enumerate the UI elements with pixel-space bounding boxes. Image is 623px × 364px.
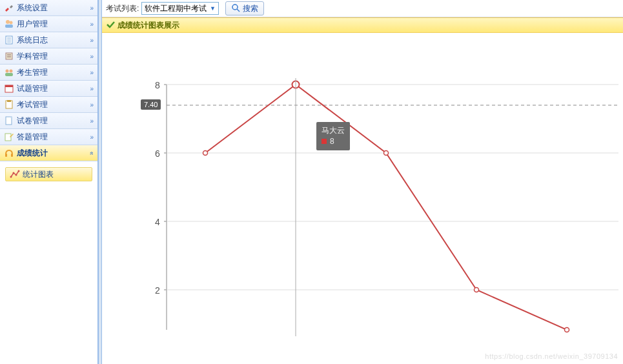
people-icon: [4, 67, 14, 77]
search-button-label: 搜索: [243, 3, 258, 14]
tooltip-value: 8: [330, 136, 334, 147]
chevron-down-icon: »: [90, 53, 94, 60]
search-icon: [231, 3, 240, 14]
sidebar-item-paper-mgmt[interactable]: 试卷管理 »: [0, 113, 97, 129]
chart-icon: [10, 169, 20, 179]
svg-rect-12: [5, 73, 13, 76]
svg-rect-19: [5, 154, 7, 157]
svg-point-23: [15, 174, 17, 176]
chevron-down-icon: »: [90, 101, 94, 108]
average-badge: 7.40: [141, 99, 161, 110]
tooltip-name: 马大云: [322, 125, 345, 136]
sidebar-item-answer-mgmt[interactable]: 答题管理 »: [0, 129, 97, 145]
svg-point-40: [475, 288, 479, 292]
sidebar-item-examinee-mgmt[interactable]: 考生管理 »: [0, 65, 97, 81]
average-value: 7.40: [144, 101, 158, 108]
chevron-down-icon: »: [90, 85, 94, 92]
svg-point-39: [384, 151, 389, 156]
sidebar-item-subject-mgmt[interactable]: 学科管理 »: [0, 48, 97, 65]
sidebar-item-label: 学科管理: [17, 51, 90, 62]
search-button[interactable]: 搜索: [225, 1, 264, 15]
svg-rect-20: [11, 154, 13, 157]
sidebar-item-user-mgmt[interactable]: 用户管理 »: [0, 16, 97, 32]
users-icon: [4, 19, 14, 29]
clipboard-icon: [4, 99, 14, 110]
sidebar: 系统设置 » 用户管理 » 系统日志 » 学科管理 » 考生管理 » 试题管理 …: [0, 0, 98, 364]
svg-rect-17: [6, 117, 12, 125]
chevron-up-icon: »: [88, 151, 96, 155]
svg-line-26: [237, 9, 240, 12]
chart-tooltip: 马大云 8: [316, 122, 350, 150]
main-area: 考试列表: 软件工程期中考试 ▼ 搜索 成绩统计图表展示: [102, 0, 623, 364]
exam-select-value: 软件工程期中考试: [145, 3, 207, 14]
sidebar-item-label: 考生管理: [17, 67, 90, 78]
sidebar-subitems: 统计图表: [0, 161, 97, 187]
svg-point-11: [10, 70, 13, 73]
toolbar: 考试列表: 软件工程期中考试 ▼ 搜索: [102, 0, 623, 17]
sidebar-item-system-log[interactable]: 系统日志 »: [0, 32, 97, 48]
sidebar-item-score-stats[interactable]: 成绩统计 »: [0, 145, 97, 161]
paper-icon: [4, 116, 14, 126]
section-header: 成绩统计图表展示: [102, 17, 623, 33]
tools-icon: [4, 3, 14, 13]
svg-point-25: [232, 5, 238, 10]
svg-rect-14: [5, 85, 13, 87]
section-title: 成绩统计图表展示: [117, 20, 179, 31]
svg-point-10: [6, 70, 9, 73]
sidebar-item-label: 考试管理: [17, 99, 90, 110]
sidebar-item-label: 答题管理: [17, 132, 90, 143]
sidebar-item-label: 试题管理: [17, 83, 90, 94]
svg-point-22: [13, 172, 15, 174]
svg-point-24: [18, 170, 20, 172]
y-tick-label: 8: [155, 80, 160, 90]
headphone-icon: [4, 148, 14, 158]
sidebar-item-label: 试卷管理: [17, 116, 90, 126]
svg-rect-7: [6, 53, 12, 59]
sidebar-item-label: 用户管理: [17, 19, 90, 30]
svg-point-0: [6, 20, 10, 24]
y-tick-label: 2: [155, 285, 160, 296]
svg-point-1: [10, 21, 13, 25]
svg-point-41: [565, 328, 569, 332]
chevron-down-icon: »: [90, 21, 94, 28]
svg-point-37: [203, 151, 208, 156]
sidebar-item-system-settings[interactable]: 系统设置 »: [0, 0, 97, 16]
sidebar-subitem-stat-chart[interactable]: 统计图表: [5, 167, 92, 181]
sidebar-item-exam-mgmt[interactable]: 考试管理 »: [0, 97, 97, 113]
chevron-down-icon: »: [90, 134, 94, 141]
pencil-icon: [4, 132, 14, 142]
chevron-down-icon: »: [90, 69, 94, 76]
y-tick-label: 6: [155, 148, 160, 159]
chart-area: 8 6 4 2 7.40 马大云 8 https://blog.csdn.net…: [102, 33, 623, 364]
y-tick-label: 4: [155, 217, 160, 227]
exam-select[interactable]: 软件工程期中考试 ▼: [141, 2, 219, 15]
chevron-down-icon: »: [90, 37, 94, 44]
svg-rect-16: [7, 100, 11, 102]
chevron-down-icon: »: [90, 117, 94, 125]
series-marker-icon: [322, 139, 327, 144]
log-icon: [4, 35, 14, 45]
sidebar-item-label: 系统设置: [17, 3, 90, 14]
sidebar-item-question-mgmt[interactable]: 试题管理 »: [0, 81, 97, 97]
calendar-icon: [4, 83, 14, 94]
line-chart: [102, 33, 622, 363]
svg-rect-2: [5, 25, 13, 28]
sidebar-item-label: 成绩统计: [17, 148, 90, 159]
check-icon: [106, 20, 115, 31]
chevron-down-icon: »: [90, 5, 94, 12]
sidebar-item-label: 系统日志: [17, 35, 90, 46]
book-icon: [4, 51, 14, 61]
sidebar-subitem-label: 统计图表: [23, 169, 54, 180]
svg-point-21: [10, 176, 12, 178]
chevron-down-icon: ▼: [208, 4, 217, 13]
exam-list-label: 考试列表:: [106, 3, 139, 14]
